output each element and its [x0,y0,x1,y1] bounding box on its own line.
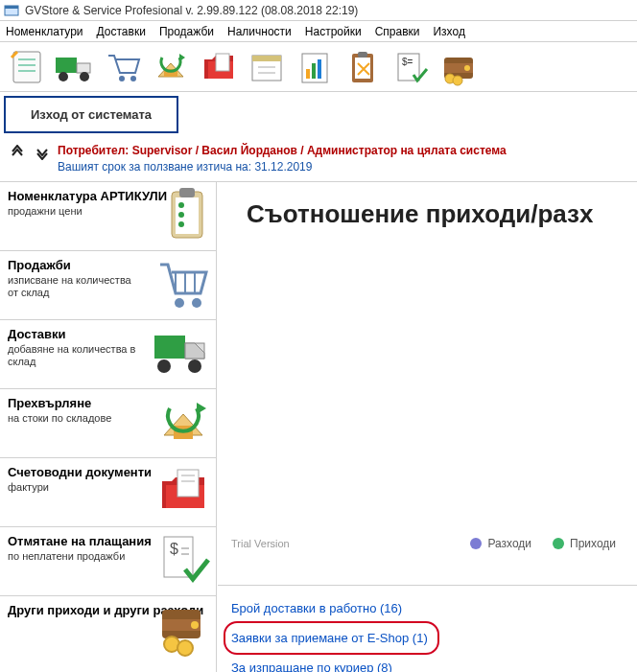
menu-exit[interactable]: Изход [433,25,464,38]
app-icon [4,3,19,18]
truck-icon [151,324,212,384]
toolbar-wallet-icon[interactable] [436,44,482,90]
link-deliveries-in-progress[interactable]: Брой доставки в работно (16) [231,601,402,615]
svg-point-40 [178,221,184,227]
main-panel: Съотношение приходи/разх Trial Version Р… [217,182,637,672]
chart-title: Съотношение приходи/разх [218,182,637,229]
svg-rect-1 [5,6,18,9]
sidebar-item-transfer[interactable]: Прехвърляне на стоки по складове [0,389,216,458]
sidebar-item-accounting[interactable]: Счетоводни документи фактури [0,458,216,527]
clipboard-list-icon [162,186,212,246]
svg-text:$: $ [170,541,178,557]
exit-system-button[interactable]: Изход от системата [4,96,178,133]
chart-legend: Разходи Приходи [470,537,616,550]
house-transfer-icon [154,393,212,453]
titlebar: GVStore & Service Profesional v. 2.99.89… [0,0,637,21]
svg-rect-22 [306,69,310,79]
wallet-coins-icon [154,600,212,660]
legend-dot-income-icon [553,538,564,549]
license-expiry-date: 31.12.2019 [254,160,312,174]
window-title: GVStore & Service Profesional v. 2.99.89… [25,4,358,17]
license-expiry-label: Вашият срок за ползване изтича на: [58,160,254,174]
menu-stock[interactable]: Наличности [227,25,292,38]
toolbar-invoice-check-icon[interactable]: $= [388,44,434,90]
svg-rect-37 [179,188,195,197]
svg-point-38 [178,202,184,208]
sidebar-item-sub: продажни цени [8,205,142,218]
svg-rect-24 [318,59,321,79]
link-courier-send[interactable]: За изпращане по куриер (8) [231,660,392,672]
legend-income-label: Приходи [570,537,616,550]
svg-rect-46 [154,336,185,359]
svg-point-49 [157,359,171,373]
cart-icon [154,255,212,315]
license-expiry: Вашият срок за ползване изтича на: 31.12… [58,159,507,175]
menubar: Номенклатури Доставки Продажби Наличност… [0,21,637,42]
menu-deliveries[interactable]: Доставки [97,25,146,38]
link-eshop-requests[interactable]: Заявки за приемане от E-Shop (1) [231,631,428,645]
invoice-check-icon: $ [154,531,212,591]
sidebar-item-sub: фактури [8,481,142,494]
toolbar-list-icon[interactable] [4,44,50,90]
sidebar-item-sub: изписване на количества от склад [8,274,142,299]
svg-point-39 [178,212,184,218]
menu-nomenclatures[interactable]: Номенклатури [6,25,83,38]
svg-rect-55 [177,470,199,497]
svg-rect-16 [216,54,229,71]
sidebar-item-sub: по неплатени продажби [8,550,142,563]
svg-rect-18 [252,56,281,61]
svg-point-9 [80,72,89,81]
svg-point-8 [59,72,68,81]
menu-settings[interactable]: Настройки [305,25,362,38]
toolbar-transfer-icon[interactable] [148,44,194,90]
svg-point-32 [464,65,470,71]
legend-dot-expenses-icon [470,538,482,549]
user-line: Потребител: Supervisor / Васил Йорданов … [58,143,507,159]
toolbar-cart-icon[interactable] [100,44,146,90]
user-info-row: Потребител: Supervisor / Васил Йорданов … [0,133,637,181]
svg-rect-7 [77,63,90,73]
svg-point-44 [175,298,184,308]
menu-help[interactable]: Справки [375,25,420,38]
toolbar-calendar-icon[interactable] [244,44,290,90]
chevron-down-icon[interactable] [35,145,50,163]
toolbar-truck-icon[interactable] [52,44,98,90]
svg-point-66 [177,640,193,656]
sidebar-item-payments[interactable]: Отмятане на плащания по неплатени продаж… [0,527,216,596]
sidebar-item-other[interactable]: Други приходи и други разходи [0,596,216,665]
svg-marker-53 [197,403,206,414]
chevron-up-icon[interactable] [10,145,25,163]
svg-rect-2 [13,52,40,82]
quick-links: Брой доставки в работно (16) Заявки за п… [218,585,637,672]
svg-text:$=: $= [402,57,413,67]
toolbar-folder-icon[interactable] [196,44,242,90]
trial-version-label: Trial Version [231,538,290,549]
svg-point-34 [453,76,462,85]
svg-point-50 [188,359,201,373]
sidebar: Номенклатура АРТИКУЛИ продажни цени Прод… [0,182,217,672]
sidebar-item-sub: добавяне на количества в склад [8,343,142,368]
sidebar-item-articles[interactable]: Номенклатура АРТИКУЛИ продажни цени [0,182,216,251]
svg-rect-6 [56,58,77,73]
toolbar: $= [0,42,637,92]
folder-docs-icon [154,462,212,522]
sidebar-item-sub: на стоки по складове [8,412,142,425]
svg-point-45 [192,298,201,308]
legend-expenses-label: Разходи [487,537,531,550]
svg-point-10 [119,76,125,81]
svg-rect-27 [358,52,367,58]
legend-expenses: Разходи [470,537,531,550]
exit-row: Изход от системата [0,92,637,133]
svg-point-11 [130,76,136,81]
highlight-ring: Заявки за приемане от E-Shop (1) [224,621,439,655]
toolbar-clipboard-icon[interactable] [340,44,386,90]
menu-sales[interactable]: Продажби [159,25,214,38]
sidebar-item-deliveries[interactable]: Доставки добавяне на количества в склад [0,320,216,389]
toolbar-report-icon[interactable] [292,44,338,90]
sidebar-item-sales[interactable]: Продажби изписване на количества от скла… [0,251,216,320]
svg-point-64 [191,621,199,629]
svg-marker-14 [179,54,185,61]
legend-income: Приходи [553,537,616,550]
svg-rect-23 [312,63,316,79]
